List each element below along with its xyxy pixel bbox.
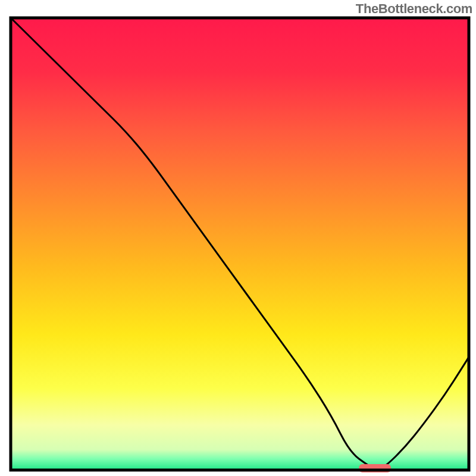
chart-container: { "attribution": "TheBottleneck.com", "c… [0, 0, 476, 476]
bottleneck-chart [0, 0, 476, 476]
attribution-text: TheBottleneck.com [356, 1, 472, 17]
